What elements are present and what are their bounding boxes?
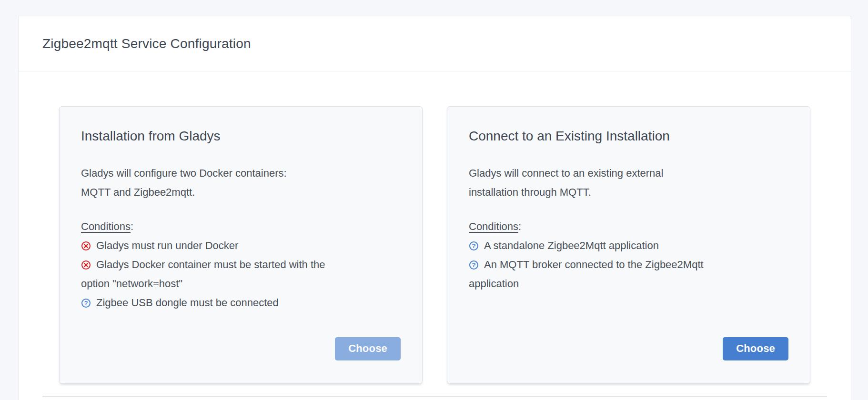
conditions-block: Conditions: ? Gladys must run under Dock… — [81, 217, 401, 312]
condition-text: Gladys must run under Docker — [96, 240, 238, 251]
question-circle-icon: ? — [469, 236, 479, 255]
card-installation-from-gladys: Installation from Gladys Gladys will con… — [59, 106, 423, 384]
svg-text:?: ? — [472, 261, 475, 269]
conditions-label: Conditions — [81, 220, 131, 232]
conditions-block: Conditions: ? A standalone Zigbee2Mqtt a… — [469, 217, 788, 293]
condition-text: An MQTT broker connected to the Zigbee2M… — [469, 259, 704, 290]
choose-existing-installation-button[interactable]: Choose — [723, 337, 788, 360]
button-row: Choose — [81, 337, 401, 360]
choose-local-installation-button[interactable]: Choose — [335, 337, 401, 360]
conditions-colon: : — [131, 220, 133, 232]
condition-item: ? Gladys Docker container must be starte… — [81, 255, 348, 293]
svg-text:?: ? — [84, 300, 88, 307]
section-divider — [42, 396, 827, 397]
condition-text: Gladys Docker container must be started … — [81, 259, 325, 290]
condition-item: ? An MQTT broker connected to the Zigbee… — [469, 255, 736, 293]
panel-header: Zigbee2mqtt Service Configuration — [19, 16, 851, 71]
conditions-label: Conditions — [469, 220, 518, 232]
condition-text: A standalone Zigbee2Mqtt application — [484, 240, 659, 251]
conditions-heading: Conditions: — [469, 217, 788, 236]
card-description: Gladys will connect to an existing exter… — [469, 164, 703, 202]
conditions-heading: Conditions: — [81, 217, 401, 236]
condition-text: Zigbee USB dongle must be connected — [96, 297, 279, 309]
question-circle-icon: ? — [469, 255, 479, 274]
svg-text:?: ? — [472, 242, 475, 250]
question-circle-icon: ? — [81, 293, 91, 312]
times-circle-icon: ? — [81, 236, 91, 255]
card-description: Gladys will configure two Docker contain… — [81, 164, 315, 202]
installation-options-row: Installation from Gladys Gladys will con… — [59, 106, 810, 384]
panel-body: Installation from Gladys Gladys will con… — [19, 71, 851, 397]
condition-item: ? A standalone Zigbee2Mqtt application — [469, 236, 736, 255]
card-title: Connect to an Existing Installation — [469, 128, 788, 145]
page-title: Zigbee2mqtt Service Configuration — [42, 36, 251, 51]
button-row: Choose — [469, 337, 788, 360]
condition-item: ? Gladys must run under Docker — [81, 236, 348, 255]
conditions-colon: : — [518, 220, 521, 232]
card-connect-existing-installation: Connect to an Existing Installation Glad… — [447, 106, 810, 384]
times-circle-icon: ? — [81, 255, 91, 274]
service-configuration-panel: Zigbee2mqtt Service Configuration Instal… — [18, 16, 851, 400]
condition-item: ? Zigbee USB dongle must be connected — [81, 293, 348, 312]
card-title: Installation from Gladys — [81, 128, 401, 145]
